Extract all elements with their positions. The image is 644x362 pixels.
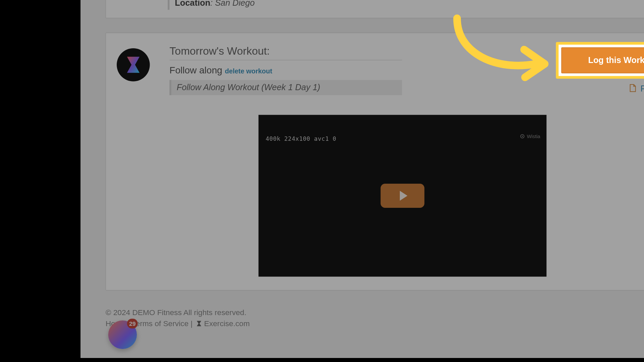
plan-label: Follow along	[169, 65, 222, 75]
chat-launcher[interactable]: 29	[108, 320, 137, 349]
workout-card: Tomorrow's Workout: Follow along delete …	[106, 33, 644, 290]
workout-content: Tomorrow's Workout: Follow along delete …	[169, 45, 402, 95]
cta-highlight: Log this Workout	[556, 42, 644, 78]
profile-card: Location: San Diego	[106, 0, 644, 18]
print-row: Print workout	[556, 84, 644, 95]
page-root: Location: San Diego Tomorrow's Workout: …	[80, 0, 644, 358]
exercise-logo-icon	[196, 320, 203, 327]
chat-badge: 29	[127, 319, 138, 328]
print-workout-link[interactable]: Print workout	[640, 84, 644, 94]
video-watermark-text: Wistia	[527, 134, 540, 139]
play-button[interactable]	[381, 184, 425, 208]
video-watermark: Wistia	[520, 134, 540, 139]
location-value: : San Diego	[210, 0, 255, 8]
workout-actions: Log this Workout Print workout	[556, 42, 644, 95]
video-player[interactable]: 400k 224x100 avc1 0 Wistia	[259, 115, 547, 277]
play-icon	[399, 191, 407, 200]
gear-icon	[520, 134, 525, 139]
document-icon	[629, 85, 639, 94]
footer: © 2024 DEMO Fitness All rights reserved.…	[106, 305, 644, 329]
video-debug-text: 400k 224x100 avc1 0	[266, 135, 336, 142]
footer-copyright: © 2024 DEMO Fitness All rights reserved.	[106, 307, 644, 318]
follow-line: Follow along delete workout	[169, 65, 402, 75]
footer-tos-link[interactable]: Terms of Service	[132, 319, 189, 328]
location-label: Location	[175, 0, 210, 8]
delete-workout-link[interactable]: delete workout	[225, 67, 272, 75]
svg-point-1	[522, 136, 523, 137]
program-avatar[interactable]	[117, 48, 150, 81]
footer-exercise-link[interactable]: Exercise.com	[204, 319, 250, 328]
location-row: Location: San Diego	[168, 0, 644, 10]
program-logo-icon	[122, 54, 144, 75]
section-title: Tomorrow's Workout:	[169, 45, 402, 60]
log-workout-button[interactable]: Log this Workout	[561, 47, 644, 73]
plan-note: Follow Along Workout (Week 1 Day 1)	[169, 80, 402, 95]
